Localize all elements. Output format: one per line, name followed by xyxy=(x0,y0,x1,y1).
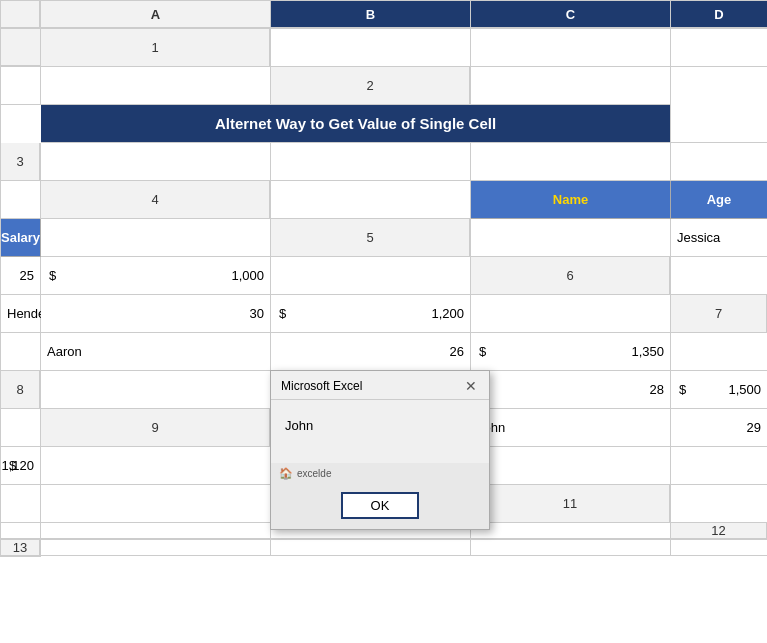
cell-salary-1[interactable]: $ 1,200 xyxy=(271,295,471,333)
row-num-7: 7 xyxy=(671,295,767,333)
cell-e6 xyxy=(471,295,671,333)
spreadsheet: A B C D 1 2 Alternet Way to Get Value of… xyxy=(0,0,767,643)
cell-a10 xyxy=(471,447,671,485)
spreadsheet-title: Alternet Way to Get Value of Single Cell xyxy=(215,115,496,132)
cell-name-4[interactable]: John xyxy=(471,409,671,447)
dialog-close-button[interactable]: ✕ xyxy=(463,379,479,393)
cell-c13 xyxy=(471,540,671,556)
col-header-c: C xyxy=(471,1,671,29)
dialog-message: John xyxy=(285,418,475,433)
cell-a8 xyxy=(41,371,271,409)
cell-e7 xyxy=(671,333,767,371)
cell-e2 xyxy=(671,105,767,143)
dialog-body: John xyxy=(271,400,489,463)
excel-dialog[interactable]: Microsoft Excel ✕ John 🏠 excelde OK xyxy=(270,370,490,530)
cell-b13 xyxy=(271,540,471,556)
cell-d13 xyxy=(671,540,767,556)
row-num-11: 11 xyxy=(471,485,671,523)
cell-b3 xyxy=(271,143,471,181)
cell-salary-4[interactable]: $ 1,120 xyxy=(1,447,41,485)
cell-e11 xyxy=(471,523,671,539)
cell-a13 xyxy=(41,540,271,556)
cell-c1 xyxy=(671,29,767,67)
dialog-title: Microsoft Excel xyxy=(281,379,362,393)
cell-e13 xyxy=(1,556,41,557)
ok-button[interactable]: OK xyxy=(341,492,420,519)
row-num-4: 4 xyxy=(41,181,271,219)
dollar-sign-1: $ xyxy=(279,306,286,321)
cell-d10 xyxy=(41,485,271,523)
cell-c3 xyxy=(471,143,671,181)
cell-a5 xyxy=(471,219,671,257)
col-header-d: D xyxy=(671,1,767,29)
watermark-icon: 🏠 xyxy=(279,467,293,480)
col-name-header: Name xyxy=(471,181,671,219)
cell-name-1[interactable]: Henderson xyxy=(1,295,41,333)
cell-name-0[interactable]: Jessica xyxy=(671,219,767,257)
cell-e1 xyxy=(41,67,271,105)
cell-name-2[interactable]: Aaron xyxy=(41,333,271,371)
cell-a2 xyxy=(471,67,671,105)
cell-age-0[interactable]: 25 xyxy=(1,257,41,295)
row-num-1: 1 xyxy=(41,29,271,67)
cell-e8 xyxy=(1,409,41,447)
cell-age-4[interactable]: 29 xyxy=(671,409,767,447)
row-num-6: 6 xyxy=(471,257,671,295)
cell-e5 xyxy=(271,257,471,295)
row-num-12: 12 xyxy=(671,523,767,539)
dialog-titlebar: Microsoft Excel ✕ xyxy=(271,371,489,400)
cell-age-2[interactable]: 26 xyxy=(271,333,471,371)
dollar-sign-4: $ xyxy=(9,458,16,473)
row-num-2: 2 xyxy=(271,67,471,105)
cell-e9 xyxy=(41,447,271,485)
dollar-sign-0: $ xyxy=(49,268,56,283)
col-age-header: Age xyxy=(671,181,767,219)
title-cell: Alternet Way to Get Value of Single Cell xyxy=(41,105,671,143)
cell-a1 xyxy=(271,29,471,67)
cell-e3 xyxy=(1,181,41,219)
corner-cell xyxy=(1,1,41,29)
cell-b11 xyxy=(1,523,41,539)
cell-salary-0[interactable]: $ 1,000 xyxy=(41,257,271,295)
cell-b10 xyxy=(671,447,767,485)
row-num-5: 5 xyxy=(271,219,471,257)
cell-a4 xyxy=(271,181,471,219)
col-salary-header: Salary xyxy=(1,219,41,257)
cell-c11 xyxy=(41,523,271,539)
row-num-9: 9 xyxy=(41,409,271,447)
cell-age-1[interactable]: 30 xyxy=(41,295,271,333)
watermark-area: 🏠 excelde xyxy=(271,463,489,484)
cell-a7 xyxy=(1,333,41,371)
cell-d1 xyxy=(1,67,41,105)
cell-salary-3[interactable]: $ 1,500 xyxy=(671,371,767,409)
dialog-footer: OK xyxy=(271,484,489,529)
col-header-a: A xyxy=(41,1,271,29)
cell-b1 xyxy=(471,29,671,67)
row-num-8: 8 xyxy=(1,371,41,409)
dollar-sign-3: $ xyxy=(679,382,686,397)
cell-a11 xyxy=(671,485,767,523)
row-num-13: 13 xyxy=(1,540,41,556)
cell-e4 xyxy=(41,219,271,257)
col-header-b: B xyxy=(271,1,471,29)
cell-age-3[interactable]: 28 xyxy=(471,371,671,409)
dollar-sign-2: $ xyxy=(479,344,486,359)
watermark-text: excelde xyxy=(297,468,331,479)
cell-a3 xyxy=(41,143,271,181)
cell-a6 xyxy=(671,257,767,295)
col-header-e xyxy=(1,29,41,67)
cell-salary-2[interactable]: $ 1,350 xyxy=(471,333,671,371)
row-num-3: 3 xyxy=(1,143,41,181)
cell-d3 xyxy=(671,143,767,181)
cell-c10 xyxy=(1,485,41,523)
